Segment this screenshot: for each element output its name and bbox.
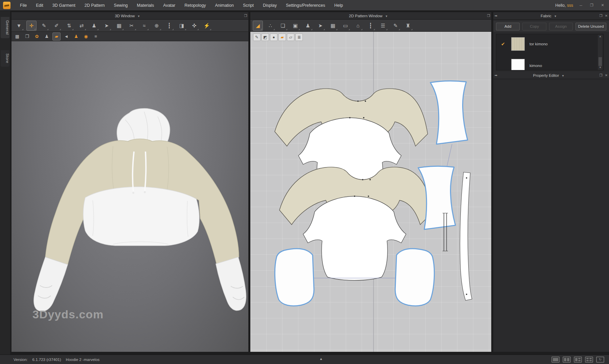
edit-texture-icon[interactable]: ✎ [253, 33, 261, 41]
chevron-down-icon[interactable]: ▾ [386, 14, 387, 18]
show-avatar-icon[interactable]: ♟ [43, 32, 51, 41]
close-icon-property[interactable]: ✕ [604, 73, 609, 77]
menu-file[interactable]: File [20, 3, 27, 8]
menu-materials[interactable]: Materials [137, 3, 154, 8]
fabric-list-item[interactable]: ✔ tor kimono [496, 34, 603, 54]
close-icon[interactable]: ✕ [600, 3, 606, 7]
simulate-tool-icon[interactable]: ▼ [14, 21, 24, 31]
flatten-tool-icon[interactable]: ⌂ [353, 21, 363, 31]
button-tool-icon[interactable]: ⊕ [152, 21, 162, 31]
tab-general[interactable]: General [1, 17, 9, 38]
edit-pattern-tool-icon[interactable]: ∴ [265, 21, 275, 31]
arrangement-points-tool-icon[interactable]: ♟ [89, 21, 99, 31]
menu-sewing[interactable]: Sewing [114, 3, 128, 8]
polygon-pattern-tool-icon[interactable]: ❏ [278, 21, 288, 31]
fabric-scrollbar[interactable]: ▲ ▼ [598, 35, 603, 70]
steam-tool-icon[interactable]: ≈ [139, 21, 149, 31]
fabric-swatch-white[interactable] [511, 59, 525, 70]
show-garment-2d-icon[interactable]: ◩ [262, 33, 269, 41]
single-view-icon[interactable] [551, 357, 560, 363]
scroll-up-icon[interactable]: ▲ [599, 35, 602, 39]
fabric-list-item[interactable]: kimono [496, 56, 603, 70]
show-cloth-icon[interactable]: ❐ [23, 32, 31, 41]
collapse-arrow-icon[interactable]: ➡ [493, 14, 499, 18]
fabric-name[interactable]: tor kimono [529, 42, 548, 46]
avatar-display-icon[interactable]: ♟ [72, 32, 80, 41]
show-garment-icon[interactable]: ▩ [13, 32, 21, 41]
scroll-down-icon[interactable]: ▼ [599, 66, 602, 70]
pleats-tool-icon[interactable]: ┇ [365, 21, 376, 31]
pattern-canvas-2d[interactable]: ✎ ◩ ● ▰ ▱ ≣ [250, 32, 491, 352]
fabric-list[interactable]: ✔ tor kimono kimono ▲ ▼ [496, 34, 604, 70]
fabric-on-icon[interactable]: ▰ [278, 33, 286, 41]
grid-2d-tool-icon[interactable]: ▦ [328, 21, 338, 31]
show-arrows-icon[interactable]: ◄ [62, 32, 70, 41]
two-pane-view-icon[interactable] [563, 357, 571, 363]
minimize-icon[interactable]: ─ [578, 3, 584, 7]
add-fabric-button[interactable]: Add [496, 23, 520, 30]
menu-script[interactable]: Script [243, 3, 254, 8]
chevron-down-icon[interactable]: ▾ [138, 14, 139, 18]
select-move-tool-icon[interactable]: ✛ [26, 21, 37, 31]
zipper-tool-icon[interactable]: ┇ [164, 21, 174, 31]
parallel-pattern-tool-icon[interactable]: ☰ [378, 21, 388, 31]
undock-icon-2d[interactable]: ❐ [486, 14, 491, 18]
fabric-swatch-tan[interactable] [511, 37, 525, 51]
menu-3d-garment[interactable]: 3D Garment [52, 3, 75, 8]
edit-curve-tool-icon[interactable]: ✎ [390, 21, 401, 31]
menu-settings-preferences[interactable]: Settings/Preferences [286, 3, 325, 8]
collapse-arrow-icon[interactable]: ➡ [493, 73, 499, 77]
print-layout-icon[interactable]: ≣ [295, 33, 303, 41]
select-sewing-tool-icon[interactable]: ✂ [127, 21, 137, 31]
property-editor-title[interactable]: Property Editor ▾ [499, 73, 598, 77]
sewing-machine-tool-icon[interactable]: ➤ [102, 21, 112, 31]
reset-layout-icon[interactable]: ↻ [596, 357, 604, 363]
show-base-texture-icon[interactable]: ● [270, 33, 277, 41]
fold-arrangement-tool-icon[interactable]: ⇅ [64, 21, 74, 31]
menu-avatar[interactable]: Avatar [163, 3, 175, 8]
bottom-collapse-icon[interactable]: ▲ [319, 357, 323, 361]
colorway-tool-icon[interactable]: ♜ [403, 21, 413, 31]
fabric-off-icon[interactable]: ▱ [287, 33, 294, 41]
username-label[interactable]: sss [567, 3, 573, 8]
fabric-name[interactable]: kimono [529, 64, 542, 68]
steam-2d-tool-icon[interactable]: ▭ [340, 21, 351, 31]
menu-animation[interactable]: Animation [215, 3, 234, 8]
scale-rack-icon[interactable]: ≡ [92, 32, 100, 41]
menu-edit[interactable]: Edit [36, 3, 43, 8]
menu-2d-pattern[interactable]: 2D Pattern [85, 3, 105, 8]
scrollbar-thumb[interactable] [599, 57, 602, 66]
menu-help[interactable]: Help [334, 3, 343, 8]
tab-store[interactable]: Store [1, 50, 9, 67]
delete-unused-button[interactable]: Delete Unused [576, 23, 606, 30]
menu-display[interactable]: Display [263, 3, 277, 8]
panel-title-2d[interactable]: 2D Pattern Window ▾ [250, 14, 486, 18]
chevron-down-icon[interactable]: ▾ [555, 14, 556, 18]
undock-icon-3d[interactable]: ❐ [243, 14, 248, 18]
fabric-view-icon[interactable]: ▰ [52, 32, 61, 41]
four-pane-view-icon[interactable] [585, 357, 593, 363]
chevron-down-icon[interactable]: ▾ [562, 74, 564, 77]
menu-retopology[interactable]: Retopology [184, 3, 206, 8]
simulation-settings-icon[interactable]: ✿ [33, 32, 41, 41]
undock-icon-property[interactable]: ❐ [598, 73, 604, 77]
viewport-3d[interactable]: 3Dyyds.com [12, 41, 248, 352]
transform-pattern-tool-icon[interactable]: ◢ [253, 21, 263, 31]
fabric-panel-title[interactable]: Fabric ▾ [499, 14, 598, 18]
undock-icon-fabric[interactable]: ❐ [598, 14, 604, 18]
image-pattern-tool-icon[interactable]: ▣ [290, 21, 300, 31]
panel-title-3d[interactable]: 3D Window ▾ [12, 14, 243, 18]
ghost-mode-icon[interactable]: ◉ [82, 32, 90, 41]
three-pane-view-icon[interactable] [574, 357, 582, 363]
select-mesh-tool-icon[interactable]: ✎ [39, 21, 49, 31]
walk-pose-tool-icon[interactable]: ⚡ [202, 21, 212, 31]
measure-tool-icon[interactable]: ◨ [177, 21, 187, 31]
tack-tool-icon[interactable]: ✜ [189, 21, 199, 31]
maximize-icon[interactable]: ❐ [589, 3, 595, 7]
quad-mesh-tool-icon[interactable]: ▦ [114, 21, 124, 31]
reset-arrangement-tool-icon[interactable]: ⇄ [76, 21, 87, 31]
segment-sewing-tool-icon[interactable]: ➤ [315, 21, 325, 31]
trace-avatar-tool-icon[interactable]: ♟ [303, 21, 313, 31]
close-icon-fabric[interactable]: ✕ [604, 14, 609, 18]
pin-tool-icon[interactable]: ✐ [51, 21, 62, 31]
